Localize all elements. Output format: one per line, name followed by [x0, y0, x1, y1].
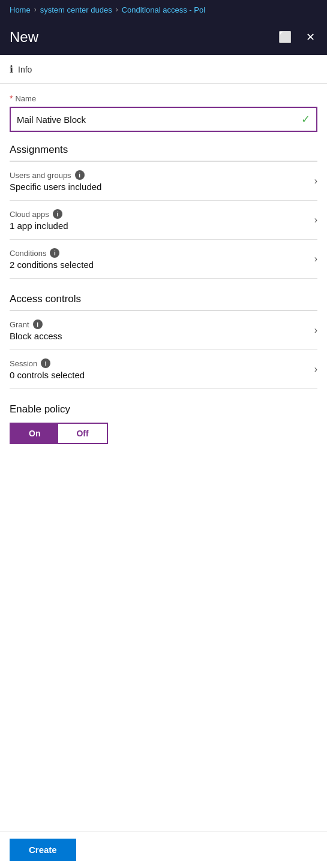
breadcrumb-bar: Home › system center dudes › Conditional… [0, 0, 327, 19]
spacer [10, 459, 317, 638]
bottom-bar: Create [0, 831, 327, 868]
form-content: * Name ✓ Assignments Users and groups i … [0, 84, 327, 638]
breadcrumb-home[interactable]: Home [10, 5, 31, 14]
breadcrumb-current: Conditional access - Pol [122, 5, 205, 14]
users-groups-info-icon[interactable]: i [75, 170, 85, 180]
valid-check-icon: ✓ [301, 113, 310, 126]
conditions-info-icon[interactable]: i [50, 248, 59, 258]
grant-left: Grant i Block access [10, 320, 62, 341]
title-actions: ⬜ ✕ [276, 29, 317, 45]
assignments-list: Users and groups i Specific users includ… [10, 162, 317, 279]
session-item[interactable]: Session i 0 controls selected › [10, 350, 317, 389]
cloud-apps-chevron-icon: › [314, 215, 317, 225]
breadcrumb-sep2: › [116, 5, 118, 14]
users-groups-item[interactable]: Users and groups i Specific users includ… [10, 162, 317, 201]
name-field-group: * Name ✓ [10, 94, 317, 132]
grant-chevron-icon: › [314, 325, 317, 336]
info-label: Info [18, 65, 32, 74]
grant-value: Block access [10, 331, 62, 341]
name-input-wrapper: ✓ [10, 107, 317, 132]
conditions-chevron-icon: › [314, 254, 317, 264]
conditions-item[interactable]: Conditions i 2 conditions selected › [10, 240, 317, 279]
toggle-on-button[interactable]: On [11, 424, 58, 443]
info-section: ℹ Info [0, 55, 327, 84]
cloud-apps-item[interactable]: Cloud apps i 1 app included › [10, 201, 317, 240]
enable-policy-section: Enable policy On Off [10, 403, 317, 444]
users-groups-title: Users and groups i [10, 170, 101, 180]
users-groups-value: Specific users included [10, 182, 101, 192]
session-info-icon[interactable]: i [41, 358, 50, 368]
enable-policy-label: Enable policy [10, 403, 317, 415]
grant-info-icon[interactable]: i [33, 320, 43, 329]
users-groups-left: Users and groups i Specific users includ… [10, 170, 101, 192]
conditions-left: Conditions i 2 conditions selected [10, 248, 94, 270]
grant-item[interactable]: Grant i Block access › [10, 311, 317, 350]
cloud-apps-value: 1 app included [10, 221, 68, 231]
users-groups-chevron-icon: › [314, 176, 317, 186]
conditions-value: 2 conditions selected [10, 260, 94, 270]
conditions-title: Conditions i [10, 248, 94, 258]
access-controls-heading: Access controls [10, 293, 317, 311]
cloud-apps-info-icon[interactable]: i [53, 209, 62, 219]
create-button[interactable]: Create [10, 839, 76, 861]
assignments-heading: Assignments [10, 144, 317, 162]
breadcrumb-system-center[interactable]: system center dudes [40, 5, 112, 14]
name-label-text: Name [15, 94, 36, 103]
access-controls-section: Access controls Grant i Block access › S… [10, 293, 317, 389]
close-button[interactable]: ✕ [304, 29, 317, 45]
window-icon-button[interactable]: ⬜ [276, 29, 294, 45]
page-title: New [10, 29, 38, 46]
title-bar: New ⬜ ✕ [0, 19, 327, 55]
session-value: 0 controls selected [10, 370, 85, 380]
cloud-apps-left: Cloud apps i 1 app included [10, 209, 68, 231]
cloud-apps-title: Cloud apps i [10, 209, 68, 219]
session-title: Session i [10, 358, 85, 368]
session-chevron-icon: › [314, 364, 317, 375]
breadcrumb-sep1: › [34, 5, 37, 14]
session-left: Session i 0 controls selected [10, 358, 85, 380]
toggle-off-button[interactable]: Off [58, 424, 106, 443]
info-icon: ℹ [10, 64, 13, 75]
name-label: * Name [10, 94, 317, 103]
access-controls-list: Grant i Block access › Session i 0 contr… [10, 311, 317, 389]
assignments-section: Assignments Users and groups i Specific … [10, 144, 317, 279]
enable-policy-toggle-group: On Off [10, 423, 108, 444]
required-indicator: * [10, 94, 13, 103]
grant-title: Grant i [10, 320, 62, 329]
name-input[interactable] [17, 114, 301, 125]
